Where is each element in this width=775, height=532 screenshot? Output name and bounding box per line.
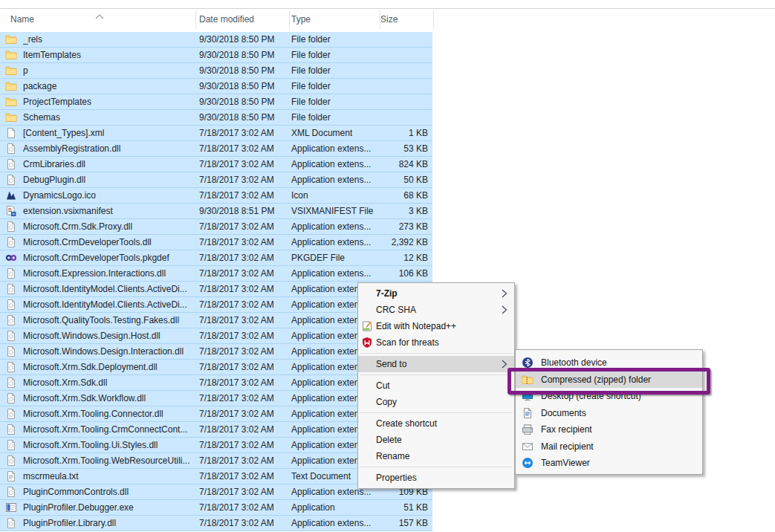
column-separator[interactable] — [433, 10, 434, 29]
file-name: Microsoft.Xrm.Tooling.Connector.dll — [23, 409, 163, 419]
context-menu-item-crc-sha[interactable]: CRC SHA — [358, 302, 514, 318]
menu-item-label: Scan for threats — [376, 337, 439, 348]
send-to-item-desktop-create-shortcut-[interactable]: Desktop (create shortcut) — [516, 388, 702, 405]
send-to-item-mail-recipient[interactable]: Mail recipient — [516, 438, 702, 455]
column-header-name[interactable]: Name — [10, 14, 34, 25]
context-menu-item-delete[interactable]: Delete — [358, 432, 514, 448]
menu-item-label: Rename — [376, 451, 409, 461]
fax-icon — [522, 424, 534, 435]
column-header-type[interactable]: Type — [291, 14, 311, 25]
context-menu-item-edit-with-notepad-[interactable]: Edit with Notepad++ — [358, 318, 514, 334]
send-to-item-compressed-zipped-folder[interactable]: Compressed (zipped) folder — [516, 372, 702, 389]
file-date-modified: 7/18/2017 3:02 AM — [199, 393, 274, 403]
file-row[interactable]: CrmLibraries.dll7/18/2017 3:02 AMApplica… — [0, 157, 432, 172]
file-row[interactable]: Microsoft.CrmDeveloperTools.pkgdef7/18/2… — [0, 250, 432, 266]
file-row[interactable]: package9/30/2018 8:50 PMFile folder — [0, 79, 432, 94]
file-row[interactable]: p9/30/2018 8:50 PMFile folder — [0, 63, 432, 79]
context-menu-item-copy[interactable]: Copy — [358, 394, 514, 410]
file-size: 157 KB — [399, 518, 428, 528]
file-row[interactable]: Microsoft.Expression.Interactions.dll7/1… — [0, 266, 432, 282]
file-type: Application — [291, 502, 335, 513]
file-date-modified: 9/30/2018 8:50 PM — [199, 34, 274, 45]
file-row[interactable]: Microsoft.CrmDeveloperTools.dll7/18/2017… — [0, 235, 432, 250]
file-date-modified: 7/18/2017 3:02 AM — [199, 424, 274, 435]
file-name: Microsoft.Windows.Design.Host.dll — [23, 331, 160, 341]
send-to-item-teamviewer[interactable]: TeamViewer — [516, 455, 702, 472]
file-row[interactable]: ItemTemplates9/30/2018 8:50 PMFile folde… — [0, 48, 432, 63]
file-date-modified: 9/30/2018 8:50 PM — [199, 50, 274, 60]
file-name: Microsoft.Xrm.Sdk.Deployment.dll — [23, 362, 158, 372]
folder-icon — [5, 49, 17, 61]
menu-item-label: Fax recipient — [541, 424, 592, 435]
file-date-modified: 7/18/2017 3:02 AM — [199, 346, 274, 357]
file-date-modified: 7/18/2017 3:02 AM — [199, 221, 274, 232]
file-date-modified: 7/18/2017 3:02 AM — [199, 455, 274, 466]
file-row[interactable]: PluginProfiler.Library.dll7/18/2017 3:02… — [0, 516, 432, 531]
menu-item-label: TeamViewer — [541, 458, 590, 468]
context-menu-item-send-to[interactable]: Send to — [358, 356, 514, 372]
file-type: Application extens... — [291, 518, 371, 528]
send-to-item-fax-recipient[interactable]: Fax recipient — [516, 421, 702, 438]
file-row[interactable]: [Content_Types].xml7/18/2017 3:02 AMXML … — [0, 126, 432, 141]
page-icon — [5, 127, 17, 139]
menu-item-label: Desktop (create shortcut) — [541, 391, 641, 401]
file-date-modified: 7/18/2017 3:02 AM — [199, 237, 274, 247]
context-menu-item-rename[interactable]: Rename — [358, 448, 514, 464]
file-date-modified: 7/18/2017 3:02 AM — [199, 143, 274, 154]
file-row[interactable]: Schemas9/30/2018 8:50 PMFile folder — [0, 110, 432, 126]
file-type: Icon — [291, 190, 308, 201]
file-row[interactable]: extension.vsixmanifest9/30/2018 8:51 PMV… — [0, 204, 432, 219]
menu-item-label: Cut — [376, 380, 390, 391]
column-separator[interactable] — [195, 10, 196, 29]
file-name: [Content_Types].xml — [23, 128, 104, 138]
file-size: 273 KB — [399, 221, 428, 232]
file-name: Microsoft.IdentityModel.Clients.ActiveDi… — [23, 299, 187, 310]
context-menu-item-properties[interactable]: Properties — [358, 470, 514, 486]
dll-icon — [5, 174, 17, 186]
column-separator[interactable] — [380, 10, 380, 29]
folder-icon — [5, 33, 17, 45]
file-row[interactable]: Microsoft.Crm.Sdk.Proxy.dll7/18/2017 3:0… — [0, 219, 432, 235]
file-row[interactable]: PluginProfiler.Debugger.exe7/18/2017 3:0… — [0, 500, 432, 516]
menu-item-label: Documents — [541, 408, 586, 418]
file-date-modified: 7/18/2017 3:02 AM — [199, 175, 274, 185]
bluetooth-icon — [522, 357, 534, 369]
teamviewer-icon — [522, 457, 534, 469]
file-date-modified: 7/18/2017 3:02 AM — [199, 471, 274, 481]
file-name: ProjectTemplates — [23, 97, 91, 107]
file-date-modified: 9/30/2018 8:50 PM — [199, 112, 274, 123]
zipfolder-icon — [522, 374, 534, 386]
file-row[interactable]: DynamicsLogo.ico7/18/2017 3:02 AMIcon68 … — [0, 188, 432, 204]
file-name: Microsoft.Xrm.Sdk.Workflow.dll — [23, 393, 146, 403]
context-menu-item-scan-for-threats[interactable]: Scan for threats — [358, 334, 514, 351]
file-date-modified: 7/18/2017 3:02 AM — [199, 284, 274, 294]
file-type: Application extens... — [291, 268, 371, 279]
file-row[interactable]: ProjectTemplates9/30/2018 8:50 PMFile fo… — [0, 94, 432, 110]
dll-icon — [5, 221, 17, 233]
send-to-item-bluetooth-device[interactable]: Bluetooth device — [516, 354, 702, 372]
dll-icon — [5, 377, 17, 389]
context-menu-item-7-zip[interactable]: 7-Zip — [358, 285, 514, 302]
column-header-date-modified[interactable]: Date modified — [199, 14, 254, 25]
context-menu-item-create-shortcut[interactable]: Create shortcut — [358, 415, 514, 432]
file-name: Microsoft.Xrm.Tooling.Ui.Styles.dll — [23, 440, 158, 450]
file-row[interactable]: _rels9/30/2018 8:50 PMFile folder — [0, 32, 432, 48]
file-row[interactable]: AssemblyRegistration.dll7/18/2017 3:02 A… — [0, 141, 432, 157]
file-type: Application extens... — [291, 237, 371, 247]
file-name: _rels — [23, 34, 42, 45]
column-separator[interactable] — [289, 10, 290, 29]
column-header-size[interactable]: Size — [380, 14, 398, 25]
file-date-modified: 7/18/2017 3:02 AM — [199, 518, 274, 528]
file-name: PluginCommonControls.dll — [23, 487, 129, 497]
file-date-modified: 7/18/2017 3:02 AM — [199, 440, 274, 450]
send-to-item-documents[interactable]: Documents — [516, 405, 702, 422]
file-row[interactable]: DebugPlugin.dll7/18/2017 3:02 AMApplicat… — [0, 172, 432, 188]
context-menu-item-cut[interactable]: Cut — [358, 377, 514, 394]
menu-separator — [360, 374, 513, 375]
folder-icon — [5, 96, 17, 108]
file-date-modified: 7/18/2017 3:02 AM — [199, 409, 274, 419]
file-type: File folder — [291, 81, 331, 91]
file-name: CrmLibraries.dll — [23, 159, 85, 169]
file-name: Microsoft.Expression.Interactions.dll — [23, 268, 166, 279]
menu-item-label: Bluetooth device — [541, 357, 607, 368]
